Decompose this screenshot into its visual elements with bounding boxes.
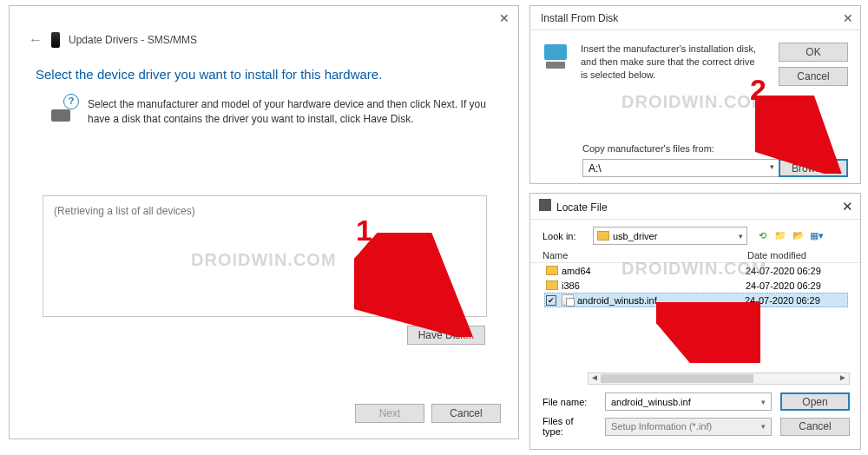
file-name: android_winusb.inf	[577, 295, 741, 306]
file-date: 24-07-2020 06:29	[745, 295, 845, 306]
chevron-down-icon: ▾	[739, 232, 743, 241]
back-tool-icon[interactable]: ⟲	[754, 228, 770, 244]
back-icon[interactable]: ←	[29, 32, 43, 48]
column-header-date[interactable]: Date modified	[747, 250, 848, 260]
device-list: (Retrieving a list of all devices)	[43, 195, 487, 317]
dialog-title: Update Drivers - SMS/MMS	[69, 34, 197, 46]
new-folder-icon[interactable]: 📂	[791, 228, 806, 244]
cancel-button[interactable]: Cancel	[431, 404, 501, 423]
cancel-button[interactable]: Cancel	[780, 418, 850, 436]
device-icon	[51, 32, 60, 48]
page-heading: Select the device driver you want to ins…	[10, 48, 518, 82]
file-list[interactable]: amd64 24-07-2020 06:29 i386 24-07-2020 0…	[530, 263, 860, 336]
update-drivers-dialog: ✕ ← Update Drivers - SMS/MMS Select the …	[9, 5, 519, 439]
close-icon[interactable]: ✕	[842, 199, 853, 214]
dialog-title: Locate File	[556, 201, 608, 214]
open-button[interactable]: Open	[780, 392, 850, 411]
up-folder-icon[interactable]: 📁	[773, 228, 788, 244]
have-disk-button[interactable]: Have Disk...	[407, 326, 485, 345]
horizontal-scrollbar[interactable]	[588, 373, 850, 385]
list-item[interactable]: ✔ android_winusb.inf 24-07-2020 06:29	[544, 293, 848, 307]
look-in-label: Look in:	[542, 231, 586, 241]
list-status-text: (Retrieving a list of all devices)	[54, 205, 476, 217]
look-in-value: usb_driver	[613, 231, 657, 241]
install-from-disk-dialog: Install From Disk ✕ Insert the manufactu…	[529, 5, 861, 184]
file-date: 24-07-2020 06:29	[746, 280, 846, 291]
files-of-type-value: Setup Information (*.inf)	[611, 421, 712, 432]
column-header-name[interactable]: Name	[542, 250, 747, 260]
locate-file-dialog: Locate File ✕ Look in: usb_driver ▾ ⟲ 📁 …	[529, 193, 861, 450]
file-date: 24-07-2020 06:29	[746, 266, 846, 276]
file-name: amd64	[562, 266, 742, 276]
files-of-type-label: Files of type:	[542, 416, 596, 437]
cancel-button[interactable]: Cancel	[779, 67, 848, 86]
folder-icon	[546, 280, 558, 290]
dialog-message: Insert the manufacturer's installation d…	[581, 43, 763, 82]
window-icon	[539, 199, 551, 211]
folder-icon	[597, 231, 609, 241]
disk-icon	[542, 43, 570, 69]
inf-file-icon	[562, 294, 574, 306]
file-name-value: android_winusb.inf	[611, 397, 691, 407]
driver-help-icon	[51, 97, 76, 122]
list-item[interactable]: i386 24-07-2020 06:29	[544, 278, 848, 293]
files-of-type-combo[interactable]: Setup Information (*.inf) ▾	[605, 418, 772, 436]
view-menu-icon[interactable]: ▦▾	[809, 228, 825, 244]
chevron-down-icon: ▾	[761, 422, 766, 431]
checkbox-icon[interactable]: ✔	[546, 295, 556, 306]
browse-button[interactable]: Browse...	[779, 159, 848, 177]
close-icon[interactable]: ✕	[843, 11, 853, 25]
path-input[interactable]	[582, 159, 784, 177]
file-name-label: File name:	[542, 397, 596, 407]
next-button[interactable]: Next	[355, 404, 424, 423]
file-name: i386	[562, 280, 742, 291]
look-in-combo[interactable]: usb_driver ▾	[593, 227, 747, 245]
chevron-down-icon: ▾	[761, 398, 766, 406]
copy-from-label: Copy manufacturer's files from:	[582, 143, 714, 154]
list-item[interactable]: amd64 24-07-2020 06:29	[544, 263, 848, 278]
close-icon[interactable]: ✕	[499, 11, 510, 25]
page-description: Select the manufacturer and model of you…	[88, 97, 487, 127]
ok-button[interactable]: OK	[779, 43, 848, 62]
file-name-input[interactable]: android_winusb.inf ▾	[605, 392, 772, 411]
dialog-title: Install From Disk	[541, 12, 618, 24]
folder-icon	[546, 266, 558, 275]
